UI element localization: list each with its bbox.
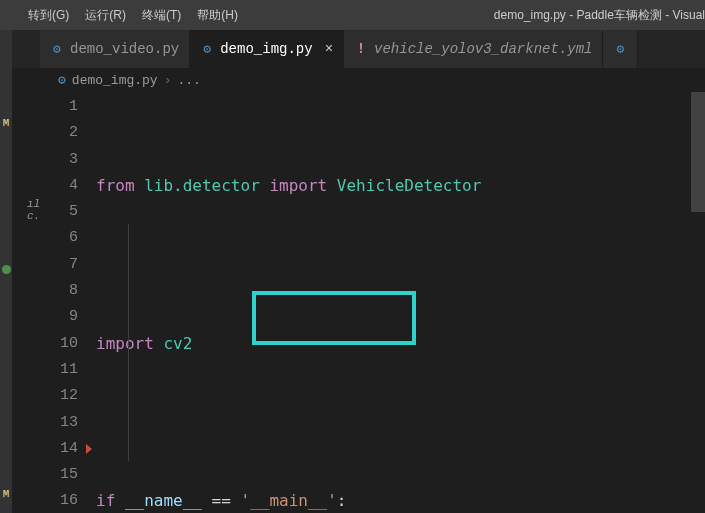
tab-label: demo_img.py [220,41,312,57]
tab-vehicle-yml[interactable]: ! vehicle_yolov3_darknet.yml [344,30,603,68]
tab-overflow[interactable]: ⚙ [603,30,638,68]
code-editor[interactable]: 12345678910111213141516 from lib.detecto… [40,92,705,513]
python-icon: ⚙ [58,72,66,88]
activity-bar: M M [0,30,12,513]
breadcrumb[interactable]: ⚙ demo_img.py › ... [40,68,705,92]
scrollbar-thumb[interactable] [691,92,705,212]
explorer-edge [12,30,40,68]
scm-modified-badge-2: M [0,485,12,503]
breadcrumb-more: ... [177,73,200,88]
tab-bar: ⚙ demo_video.py ⚙ demo_img.py × ! vehicl… [12,30,705,68]
menu-run[interactable]: 运行(R) [77,7,134,24]
python-icon: ⚙ [50,42,64,56]
chevron-right-icon: › [164,73,172,88]
python-icon: ⚙ [200,42,214,56]
close-icon[interactable]: × [325,41,333,57]
breadcrumb-file: demo_img.py [72,73,158,88]
sidebar-sliver: ıl c... [12,68,40,513]
window-title: demo_img.py - Paddle车辆检测 - Visual [494,7,705,24]
indent-guide [128,224,129,461]
debug-breakpoint-dot [0,260,12,278]
scm-modified-badge: M [0,114,12,132]
tab-demo-video[interactable]: ⚙ demo_video.py [40,30,190,68]
menu-goto[interactable]: 转到(G) [20,7,77,24]
python-icon: ⚙ [613,42,627,56]
menu-help[interactable]: 帮助(H) [189,7,246,24]
code-area[interactable]: from lib.detector import VehicleDetector… [96,92,705,513]
menu-terminal[interactable]: 终端(T) [134,7,189,24]
tab-label: demo_video.py [70,41,179,57]
line-gutter: 12345678910111213141516 [40,92,96,513]
tab-demo-img[interactable]: ⚙ demo_img.py × [190,30,344,68]
yaml-icon: ! [354,42,368,56]
tab-label: vehicle_yolov3_darknet.yml [374,41,592,57]
scrollbar-track[interactable] [691,92,705,513]
